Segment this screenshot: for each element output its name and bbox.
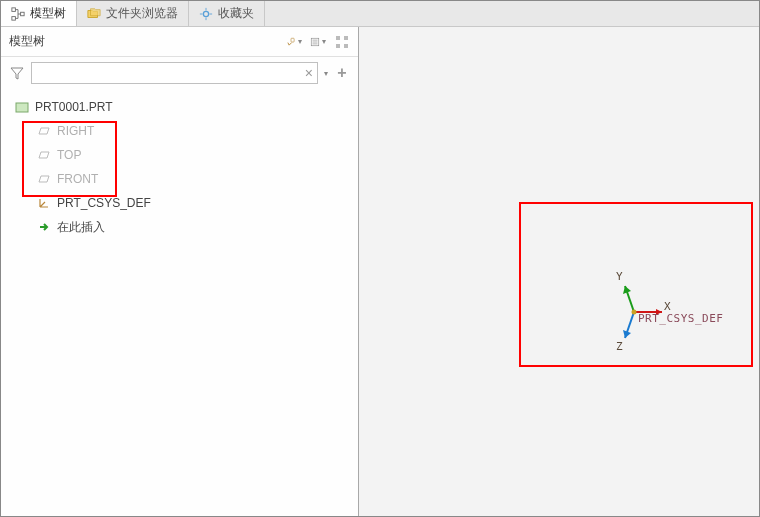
svg-rect-6 [336, 36, 340, 40]
svg-rect-0 [12, 7, 16, 11]
plane-icon [37, 172, 51, 186]
tab-favorites[interactable]: 收藏夹 [189, 1, 265, 26]
tools-dropdown[interactable] [286, 34, 302, 50]
plane-icon [37, 124, 51, 138]
tree-root[interactable]: PRT0001.PRT [1, 95, 358, 119]
tab-label: 收藏夹 [218, 5, 254, 22]
plane-icon [37, 148, 51, 162]
part-icon [15, 100, 29, 114]
node-label: PRT0001.PRT [35, 100, 113, 114]
tree-plane-front[interactable]: FRONT [1, 167, 358, 191]
model-tree: PRT0001.PRT RIGHT TOP FRONT [1, 89, 358, 516]
left-panel: 模型树 × ▾ + [1, 27, 359, 516]
tree-plane-right[interactable]: RIGHT [1, 119, 358, 143]
add-icon[interactable]: + [334, 65, 350, 81]
tab-label: 文件夹浏览器 [106, 5, 178, 22]
node-label: FRONT [57, 172, 98, 186]
filter-input[interactable] [31, 62, 318, 84]
show-dropdown[interactable] [310, 34, 326, 50]
svg-rect-4 [291, 38, 294, 42]
insert-arrow-icon [37, 220, 51, 234]
svg-rect-7 [344, 36, 348, 40]
star-icon [199, 7, 213, 21]
filter-dropdown[interactable]: ▾ [324, 69, 328, 78]
panel-toolbar: 模型树 [1, 27, 358, 57]
svg-rect-10 [16, 103, 28, 112]
svg-point-3 [203, 11, 208, 16]
axis-z-label: Z [616, 340, 623, 353]
axis-y-label: Y [616, 270, 623, 283]
node-label: PRT_CSYS_DEF [57, 196, 151, 210]
tree-insert-here[interactable]: 在此插入 [1, 215, 358, 239]
node-label: TOP [57, 148, 81, 162]
folders-icon [87, 7, 101, 21]
funnel-icon[interactable] [9, 65, 25, 81]
panel-title: 模型树 [9, 33, 45, 50]
svg-rect-8 [336, 44, 340, 48]
csys-icon [37, 196, 51, 210]
node-label: RIGHT [57, 124, 94, 138]
grid-settings-icon[interactable] [334, 34, 350, 50]
svg-rect-2 [21, 12, 25, 16]
tab-label: 模型树 [30, 5, 66, 22]
tab-folder-browser[interactable]: 文件夹浏览器 [77, 1, 189, 26]
node-label: 在此插入 [57, 219, 105, 236]
tree-icon [11, 7, 25, 21]
csys-label: PRT_CSYS_DEF [638, 312, 723, 325]
tab-model-tree[interactable]: 模型树 [1, 1, 77, 26]
svg-rect-1 [12, 16, 16, 20]
filter-row: × ▾ + [1, 57, 358, 89]
clear-icon[interactable]: × [305, 65, 313, 81]
graphics-viewport[interactable]: X Y Z PRT_CSYS_DEF [359, 27, 759, 516]
panel-tabs: 模型树 文件夹浏览器 收藏夹 [1, 1, 759, 27]
svg-rect-9 [344, 44, 348, 48]
tree-csys[interactable]: PRT_CSYS_DEF [1, 191, 358, 215]
csys-triad: X Y Z PRT_CSYS_DEF [594, 272, 674, 355]
svg-point-17 [632, 310, 637, 315]
tree-plane-top[interactable]: TOP [1, 143, 358, 167]
